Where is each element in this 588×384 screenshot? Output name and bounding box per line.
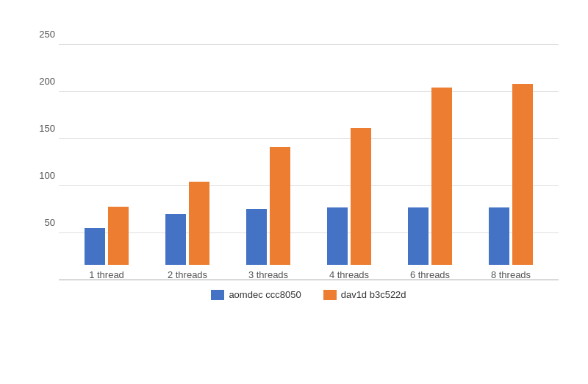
bar-blue — [408, 207, 429, 265]
bar-group: 4 threads — [327, 128, 371, 280]
bar-pair — [246, 147, 290, 265]
bar-group: 1 thread — [85, 207, 129, 280]
legend-color-box — [211, 290, 224, 300]
bar-orange — [512, 84, 533, 265]
legend: aomdec ccc8050dav1d b3c522d — [59, 289, 559, 300]
bar-blue — [246, 209, 267, 265]
x-axis-label: 4 threads — [329, 269, 369, 280]
bar-group: 3 threads — [246, 147, 290, 280]
bar-orange — [108, 207, 129, 265]
bar-pair — [408, 88, 452, 265]
bars-area: 1 thread2 threads3 threads4 threads6 thr… — [59, 45, 559, 280]
legend-label: dav1d b3c522d — [341, 289, 406, 300]
bar-blue — [85, 228, 105, 265]
legend-item: aomdec ccc8050 — [211, 289, 301, 300]
bar-blue — [489, 207, 509, 265]
bar-pair — [165, 182, 209, 265]
bar-pair — [327, 128, 371, 265]
bar-group: 6 threads — [408, 88, 452, 280]
x-axis-label: 6 threads — [410, 269, 450, 280]
legend-item: dav1d b3c522d — [323, 289, 406, 300]
bar-blue — [327, 207, 348, 265]
bar-group: 2 threads — [165, 182, 209, 280]
bar-orange — [189, 182, 209, 265]
legend-label: aomdec ccc8050 — [229, 289, 301, 300]
grid-label: 200 — [29, 76, 55, 87]
grid-label: 150 — [29, 123, 55, 134]
bar-pair — [85, 207, 129, 265]
bar-pair — [489, 84, 533, 265]
legend-color-box — [323, 290, 337, 300]
bar-group: 8 threads — [489, 84, 533, 280]
bar-blue — [165, 214, 186, 265]
grid-label: 50 — [29, 217, 55, 228]
x-axis-line — [59, 280, 559, 280]
x-axis-label: 1 thread — [89, 269, 124, 280]
bar-orange — [431, 88, 452, 265]
x-axis-label: 2 threads — [168, 269, 207, 280]
grid-label: 100 — [29, 170, 55, 181]
chart-container: 50100150200250 1 thread2 threads3 thread… — [7, 8, 581, 376]
chart-area: 50100150200250 1 thread2 threads3 thread… — [59, 45, 559, 280]
x-axis-label: 3 threads — [248, 269, 288, 280]
bar-orange — [270, 147, 290, 265]
bar-orange — [351, 128, 371, 265]
grid-label: 250 — [29, 29, 55, 40]
x-axis-label: 8 threads — [491, 269, 531, 280]
